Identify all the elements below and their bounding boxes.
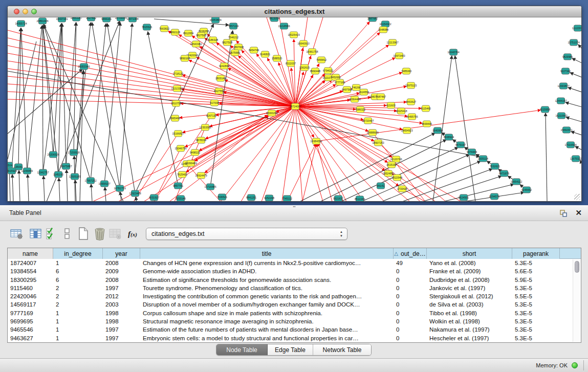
- table-cell[interactable]: Wolkin et al. (1998): [427, 317, 512, 325]
- graph-node[interactable]: 10958107: [98, 181, 110, 187]
- new-table-icon[interactable]: [76, 226, 91, 242]
- graph-node[interactable]: 9829986: [562, 54, 573, 60]
- table-cell[interactable]: 1998: [103, 309, 140, 317]
- graph-node[interactable]: 1615152: [386, 162, 397, 168]
- table-cell[interactable]: 1997: [103, 334, 140, 342]
- table-cell[interactable]: Franke et al. (2009): [427, 267, 512, 275]
- graph-node[interactable]: 8990448: [310, 68, 320, 74]
- graph-node[interactable]: 19437191: [56, 17, 68, 22]
- table-row[interactable]: 1830029562008Estimation of significance …: [8, 276, 581, 284]
- graph-node[interactable]: 7986322: [355, 106, 365, 113]
- graph-node[interactable]: 96141: [377, 183, 385, 189]
- table-cell[interactable]: 5.3E-5: [512, 325, 560, 334]
- graph-node[interactable]: 1362615: [299, 64, 310, 71]
- network-view-canvas[interactable]: 1405572420891406194371911065328715276029…: [8, 17, 581, 201]
- column-header-name[interactable]: name: [8, 248, 53, 259]
- resize-grip[interactable]: [574, 194, 580, 200]
- graph-node[interactable]: 9498222: [190, 149, 200, 156]
- graph-node[interactable]: 12213363: [171, 85, 183, 92]
- graph-node[interactable]: 8186328: [208, 37, 218, 43]
- table-cell[interactable]: Disruption of a novel member of a sodium…: [140, 300, 394, 309]
- graph-node[interactable]: 8512249: [355, 196, 365, 201]
- graph-node[interactable]: 7857224: [228, 23, 238, 29]
- table-cell[interactable]: 1: [53, 259, 103, 267]
- table-cell[interactable]: 9115460: [8, 284, 53, 292]
- table-select-dropdown[interactable]: citations_edges.txt ▲▼: [146, 228, 347, 240]
- graph-node[interactable]: 20891406: [36, 18, 48, 24]
- table-cell[interactable]: 5.9E-5: [512, 276, 560, 284]
- graph-node[interactable]: 7815526: [142, 24, 152, 30]
- graph-node[interactable]: 17957252: [84, 178, 96, 184]
- graph-node[interactable]: 8912954: [183, 30, 193, 36]
- graph-node[interactable]: 16914479: [195, 172, 207, 179]
- graph-node[interactable]: 16782759: [114, 185, 125, 191]
- graph-node[interactable]: 917008: [210, 100, 219, 106]
- graph-node[interactable]: 9146821: [260, 51, 270, 57]
- graph-node[interactable]: 9115460: [421, 105, 431, 112]
- graph-node[interactable]: 12042757: [37, 169, 49, 176]
- graph-node[interactable]: 1640954: [432, 127, 443, 134]
- graph-node[interactable]: 9245652: [521, 187, 532, 193]
- table-cell[interactable]: 9465546: [8, 325, 53, 334]
- table-cell[interactable]: 9699695: [8, 317, 53, 325]
- citation-network-graph[interactable]: 1405572420891406194371911065328715276029…: [8, 17, 581, 201]
- column-header-year[interactable]: year: [103, 248, 140, 259]
- graph-node[interactable]: 9890168: [180, 55, 190, 61]
- graph-node[interactable]: 20053346: [78, 63, 90, 70]
- graph-node[interactable]: 9857791: [173, 183, 183, 189]
- graph-node[interactable]: 10653287: [70, 17, 82, 21]
- graph-node[interactable]: 2935114: [478, 156, 488, 162]
- graph-node[interactable]: 2803144: [215, 75, 226, 81]
- graph-node[interactable]: 10719155: [115, 17, 126, 21]
- graph-node[interactable]: 6794022: [323, 68, 333, 74]
- graph-node[interactable]: 9777169: [335, 79, 345, 85]
- graph-node[interactable]: 9242844: [219, 63, 229, 69]
- table-cell[interactable]: 0: [394, 292, 427, 300]
- graph-node[interactable]: 17016504: [564, 142, 576, 148]
- table-row[interactable]: 1872400712008Changes of HCN gene express…: [8, 259, 581, 267]
- table-cell[interactable]: Jankovic et al. (1997): [427, 284, 512, 292]
- graph-node[interactable]: 11156869: [21, 168, 33, 174]
- table-cell[interactable]: 9777169: [8, 309, 53, 317]
- memory-status-indicator[interactable]: [572, 362, 578, 368]
- graph-node[interactable]: 19218586: [278, 23, 290, 29]
- graph-node[interactable]: 9253146: [176, 195, 186, 201]
- graph-node[interactable]: 8267130: [206, 113, 216, 119]
- graph-node[interactable]: 16543382: [190, 41, 202, 47]
- table-cell[interactable]: Estimation of the future numbers of pati…: [140, 325, 394, 334]
- graph-node[interactable]: 14671388: [126, 17, 138, 22]
- table-cell[interactable]: 1998: [103, 317, 140, 325]
- table-cell[interactable]: 6: [53, 276, 103, 284]
- graph-node[interactable]: 15046756: [175, 145, 186, 151]
- table-cell[interactable]: Structural magnetic resonance image aver…: [140, 317, 394, 325]
- table-cell[interactable]: 2008: [103, 276, 140, 284]
- graph-node[interactable]: 8938924: [444, 134, 454, 140]
- function-builder-icon[interactable]: f(x): [125, 226, 140, 242]
- graph-node[interactable]: 20206526: [47, 151, 59, 158]
- table-cell[interactable]: 14569117: [8, 300, 53, 309]
- float-panel-icon[interactable]: [559, 209, 568, 217]
- tab-network-table[interactable]: Network Table: [313, 344, 371, 355]
- table-cell[interactable]: 2009: [103, 267, 140, 275]
- table-row[interactable]: 969969511998Structural magnetic resonanc…: [8, 317, 581, 325]
- graph-node[interactable]: 88504: [8, 162, 13, 168]
- graph-node[interactable]: 7485063: [401, 68, 411, 74]
- graph-node[interactable]: 12444197: [555, 98, 567, 104]
- graph-node[interactable]: 15692971: [560, 127, 572, 133]
- tab-node-table[interactable]: Node Table: [216, 344, 268, 355]
- graph-node[interactable]: 746266: [352, 84, 360, 91]
- table-cell[interactable]: 0: [394, 325, 427, 334]
- graph-node[interactable]: 2522944: [392, 174, 402, 181]
- table-row[interactable]: 946362711997Embryonic stem cells: a mode…: [8, 334, 581, 342]
- graph-node[interactable]: 15751074: [568, 39, 579, 46]
- table-cell[interactable]: 0: [394, 300, 427, 309]
- graph-node[interactable]: 2867608: [233, 44, 244, 50]
- graph-node[interactable]: 18507253: [372, 140, 384, 146]
- network-view-window[interactable]: citations_edges.txt 14055724208914061943…: [7, 6, 582, 202]
- graph-node[interactable]: 1624554: [359, 89, 369, 95]
- table-cell[interactable]: 49: [394, 259, 427, 267]
- graph-node[interactable]: 16648784: [447, 49, 459, 55]
- graph-node[interactable]: 7663822: [159, 26, 169, 32]
- table-row[interactable]: 2242004622012Investigating the contribut…: [8, 292, 581, 300]
- graph-node[interactable]: 12923468: [129, 190, 141, 196]
